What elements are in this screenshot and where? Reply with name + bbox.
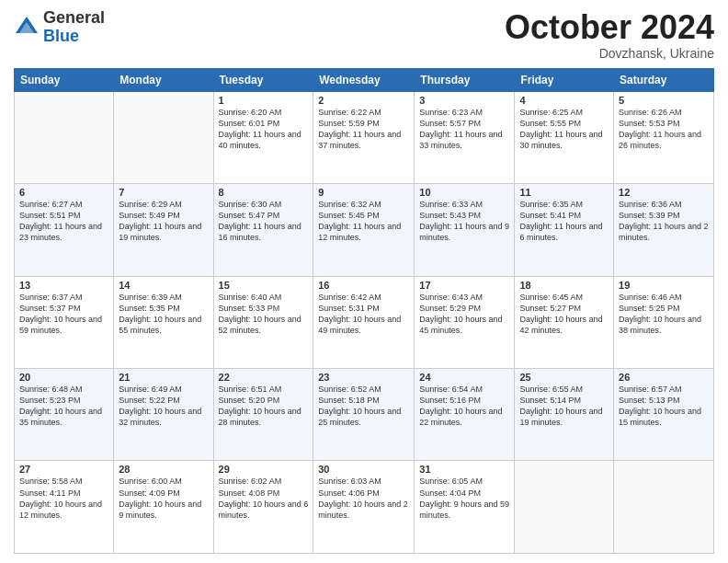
day-number: 14 <box>119 280 208 291</box>
day-info: Sunrise: 6:23 AM Sunset: 5:57 PM Dayligh… <box>419 107 509 152</box>
day-number: 13 <box>19 280 108 291</box>
calendar-cell: 19Sunrise: 6:46 AM Sunset: 5:25 PM Dayli… <box>614 276 714 368</box>
day-number: 3 <box>419 95 509 106</box>
day-info: Sunrise: 5:58 AM Sunset: 4:11 PM Dayligh… <box>19 476 108 521</box>
calendar-cell: 18Sunrise: 6:45 AM Sunset: 5:27 PM Dayli… <box>515 276 614 368</box>
calendar-cell <box>15 91 114 183</box>
calendar-cell: 9Sunrise: 6:32 AM Sunset: 5:45 PM Daylig… <box>313 184 415 276</box>
logo-icon <box>14 15 40 40</box>
calendar-cell: 2Sunrise: 6:22 AM Sunset: 5:59 PM Daylig… <box>313 91 415 183</box>
day-info: Sunrise: 6:27 AM Sunset: 5:51 PM Dayligh… <box>19 199 108 244</box>
calendar-cell: 17Sunrise: 6:43 AM Sunset: 5:29 PM Dayli… <box>415 276 515 368</box>
day-number: 18 <box>519 280 609 291</box>
day-info: Sunrise: 6:49 AM Sunset: 5:22 PM Dayligh… <box>119 384 208 429</box>
calendar-week-5: 27Sunrise: 5:58 AM Sunset: 4:11 PM Dayli… <box>15 461 714 554</box>
day-number: 26 <box>619 372 709 383</box>
day-info: Sunrise: 6:35 AM Sunset: 5:41 PM Dayligh… <box>519 199 609 244</box>
day-number: 17 <box>419 280 509 291</box>
calendar-cell: 28Sunrise: 6:00 AM Sunset: 4:09 PM Dayli… <box>114 461 213 554</box>
day-info: Sunrise: 6:40 AM Sunset: 5:33 PM Dayligh… <box>219 292 309 337</box>
day-number: 21 <box>119 372 208 383</box>
calendar-header-saturday: Saturday <box>614 68 714 91</box>
calendar-cell: 14Sunrise: 6:39 AM Sunset: 5:35 PM Dayli… <box>114 276 213 368</box>
day-info: Sunrise: 6:05 AM Sunset: 4:04 PM Dayligh… <box>419 476 509 521</box>
logo-general: General <box>43 9 105 28</box>
title-block: October 2024 Dovzhansk, Ukraine <box>505 9 714 61</box>
day-number: 15 <box>219 280 309 291</box>
calendar-cell <box>614 461 714 554</box>
calendar-cell: 30Sunrise: 6:03 AM Sunset: 4:06 PM Dayli… <box>313 461 415 554</box>
calendar-header-monday: Monday <box>114 68 213 91</box>
calendar-week-3: 13Sunrise: 6:37 AM Sunset: 5:37 PM Dayli… <box>15 276 714 368</box>
day-info: Sunrise: 6:57 AM Sunset: 5:13 PM Dayligh… <box>619 384 709 429</box>
calendar-cell: 26Sunrise: 6:57 AM Sunset: 5:13 PM Dayli… <box>614 369 714 461</box>
day-number: 2 <box>318 95 409 106</box>
calendar-cell: 27Sunrise: 5:58 AM Sunset: 4:11 PM Dayli… <box>15 461 114 554</box>
day-info: Sunrise: 6:32 AM Sunset: 5:45 PM Dayligh… <box>318 199 409 244</box>
day-info: Sunrise: 6:54 AM Sunset: 5:16 PM Dayligh… <box>419 384 509 429</box>
calendar-header-friday: Friday <box>515 68 614 91</box>
day-number: 25 <box>519 372 609 383</box>
location: Dovzhansk, Ukraine <box>505 46 714 61</box>
calendar-cell: 25Sunrise: 6:55 AM Sunset: 5:14 PM Dayli… <box>515 369 614 461</box>
day-info: Sunrise: 6:25 AM Sunset: 5:55 PM Dayligh… <box>519 107 609 152</box>
day-number: 6 <box>19 187 108 198</box>
calendar-cell: 21Sunrise: 6:49 AM Sunset: 5:22 PM Dayli… <box>114 369 213 461</box>
calendar-cell: 29Sunrise: 6:02 AM Sunset: 4:08 PM Dayli… <box>213 461 313 554</box>
calendar-header-wednesday: Wednesday <box>313 68 415 91</box>
day-info: Sunrise: 6:37 AM Sunset: 5:37 PM Dayligh… <box>19 292 108 337</box>
calendar-cell: 13Sunrise: 6:37 AM Sunset: 5:37 PM Dayli… <box>15 276 114 368</box>
day-info: Sunrise: 6:02 AM Sunset: 4:08 PM Dayligh… <box>219 476 309 521</box>
calendar-cell: 4Sunrise: 6:25 AM Sunset: 5:55 PM Daylig… <box>515 91 614 183</box>
calendar-header-thursday: Thursday <box>415 68 515 91</box>
day-info: Sunrise: 6:26 AM Sunset: 5:53 PM Dayligh… <box>619 107 709 152</box>
day-info: Sunrise: 6:55 AM Sunset: 5:14 PM Dayligh… <box>519 384 609 429</box>
calendar-week-2: 6Sunrise: 6:27 AM Sunset: 5:51 PM Daylig… <box>15 184 714 276</box>
calendar-cell: 1Sunrise: 6:20 AM Sunset: 6:01 PM Daylig… <box>213 91 313 183</box>
day-info: Sunrise: 6:39 AM Sunset: 5:35 PM Dayligh… <box>119 292 208 337</box>
day-number: 29 <box>219 464 309 475</box>
calendar-cell <box>515 461 614 554</box>
day-number: 7 <box>119 187 208 198</box>
day-info: Sunrise: 6:42 AM Sunset: 5:31 PM Dayligh… <box>318 292 409 337</box>
calendar-cell: 23Sunrise: 6:52 AM Sunset: 5:18 PM Dayli… <box>313 369 415 461</box>
day-number: 24 <box>419 372 509 383</box>
day-number: 31 <box>419 464 509 475</box>
logo-blue: Blue <box>43 28 105 46</box>
calendar-cell: 11Sunrise: 6:35 AM Sunset: 5:41 PM Dayli… <box>515 184 614 276</box>
calendar-week-4: 20Sunrise: 6:48 AM Sunset: 5:23 PM Dayli… <box>15 369 714 461</box>
day-number: 1 <box>219 95 309 106</box>
day-number: 28 <box>119 464 208 475</box>
day-number: 8 <box>219 187 309 198</box>
day-number: 10 <box>419 187 509 198</box>
calendar-cell: 22Sunrise: 6:51 AM Sunset: 5:20 PM Dayli… <box>213 369 313 461</box>
day-info: Sunrise: 6:00 AM Sunset: 4:09 PM Dayligh… <box>119 476 208 521</box>
calendar-header-tuesday: Tuesday <box>213 68 313 91</box>
day-number: 23 <box>318 372 409 383</box>
day-number: 5 <box>619 95 709 106</box>
day-info: Sunrise: 6:03 AM Sunset: 4:06 PM Dayligh… <box>318 476 409 521</box>
calendar-header-row: SundayMondayTuesdayWednesdayThursdayFrid… <box>15 68 714 91</box>
day-info: Sunrise: 6:45 AM Sunset: 5:27 PM Dayligh… <box>519 292 609 337</box>
day-info: Sunrise: 6:51 AM Sunset: 5:20 PM Dayligh… <box>219 384 309 429</box>
calendar-cell: 20Sunrise: 6:48 AM Sunset: 5:23 PM Dayli… <box>15 369 114 461</box>
calendar-table: SundayMondayTuesdayWednesdayThursdayFrid… <box>14 68 714 554</box>
day-number: 19 <box>619 280 709 291</box>
calendar-cell: 16Sunrise: 6:42 AM Sunset: 5:31 PM Dayli… <box>313 276 415 368</box>
calendar-cell: 15Sunrise: 6:40 AM Sunset: 5:33 PM Dayli… <box>213 276 313 368</box>
calendar-cell: 6Sunrise: 6:27 AM Sunset: 5:51 PM Daylig… <box>15 184 114 276</box>
calendar-cell: 10Sunrise: 6:33 AM Sunset: 5:43 PM Dayli… <box>415 184 515 276</box>
calendar-cell: 31Sunrise: 6:05 AM Sunset: 4:04 PM Dayli… <box>415 461 515 554</box>
day-number: 11 <box>519 187 609 198</box>
logo: General Blue <box>14 9 105 46</box>
calendar-cell: 24Sunrise: 6:54 AM Sunset: 5:16 PM Dayli… <box>415 369 515 461</box>
day-number: 27 <box>19 464 108 475</box>
calendar-header-sunday: Sunday <box>15 68 114 91</box>
calendar-cell: 7Sunrise: 6:29 AM Sunset: 5:49 PM Daylig… <box>114 184 213 276</box>
day-info: Sunrise: 6:20 AM Sunset: 6:01 PM Dayligh… <box>219 107 309 152</box>
day-info: Sunrise: 6:46 AM Sunset: 5:25 PM Dayligh… <box>619 292 709 337</box>
month-title: October 2024 <box>505 9 714 46</box>
day-info: Sunrise: 6:48 AM Sunset: 5:23 PM Dayligh… <box>19 384 108 429</box>
day-info: Sunrise: 6:52 AM Sunset: 5:18 PM Dayligh… <box>318 384 409 429</box>
calendar-cell: 3Sunrise: 6:23 AM Sunset: 5:57 PM Daylig… <box>415 91 515 183</box>
